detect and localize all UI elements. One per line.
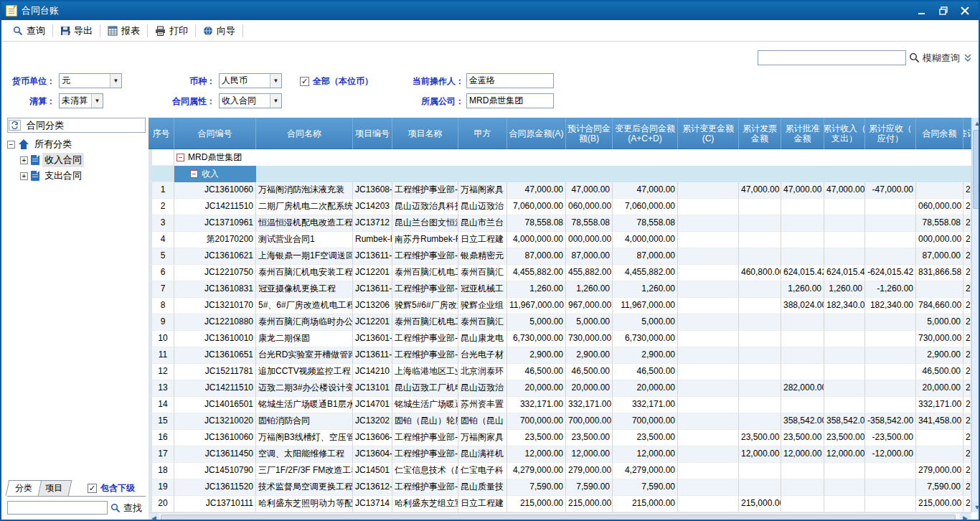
table-cell[interactable]: 460,800.00	[739, 265, 781, 281]
table-cell[interactable]: 1,260.00	[566, 281, 613, 298]
table-cell[interactable]: 工程维护事业部-5	[392, 331, 458, 347]
horizontal-scroll-thumb[interactable]	[161, 515, 956, 521]
table-cell[interactable]: 泰州百脑汇	[458, 314, 507, 331]
table-cell[interactable]	[678, 446, 739, 463]
table-cell[interactable]	[678, 314, 739, 331]
chevron-double-down-icon[interactable]	[963, 53, 973, 63]
group-row-income[interactable]: 收入	[149, 166, 971, 182]
table-cell[interactable]: 730,000.00	[566, 331, 613, 347]
table-row[interactable]: 11JC13610651台光RD实验室开槽做管路JC13611-5工程维护事业部…	[149, 347, 971, 364]
table-cell[interactable]: 215,000.00	[566, 496, 613, 512]
table-row[interactable]: 19JC13611520技术监督局空调更换工程JC13612-5工程维护事业部-…	[149, 479, 971, 496]
table-cell[interactable]: 2,900.00	[613, 347, 678, 364]
table-cell[interactable]: 87,000.00	[566, 248, 613, 265]
table-cell[interactable]: 2	[149, 199, 174, 215]
table-cell[interactable]: 哈利盛东芝照明动力等配	[256, 496, 353, 512]
table-cell[interactable]	[739, 314, 781, 331]
table-cell[interactable]	[678, 199, 739, 215]
minimize-button[interactable]	[913, 4, 931, 17]
table-cell[interactable]: 日立工程建	[458, 496, 507, 512]
table-cell[interactable]	[678, 380, 739, 397]
table-cell[interactable]: 11,967,000.00	[507, 298, 566, 314]
table-cell[interactable]: JC14510790	[174, 463, 256, 479]
table-cell[interactable]: JC14016501	[174, 397, 256, 413]
table-cell[interactable]: 47,000.00	[613, 182, 678, 199]
horizontal-scrollbar[interactable]: ◀ ▶	[149, 512, 971, 521]
table-cell[interactable]: JC12210750	[174, 265, 256, 281]
table-cell[interactable]	[824, 232, 865, 248]
table-cell[interactable]	[678, 248, 739, 265]
table-cell[interactable]	[865, 331, 916, 347]
table-cell[interactable]: 358,542.00	[781, 413, 824, 430]
table-cell[interactable]: JC13210020	[174, 413, 256, 430]
table-cell[interactable]: 4,279,000.00	[507, 463, 566, 479]
table-cell[interactable]: 14	[149, 397, 174, 413]
table-cell[interactable]	[781, 314, 824, 331]
expand-icon[interactable]: +	[20, 156, 28, 164]
table-cell[interactable]: -23,500.00	[865, 430, 916, 446]
table-cell[interactable]	[824, 364, 865, 380]
table-cell[interactable]: -358,542.00	[865, 413, 916, 430]
table-cell[interactable]: 23,500.00	[781, 430, 824, 446]
table-cell[interactable]: 昆山质量技	[458, 479, 507, 496]
table-cell[interactable]	[781, 331, 824, 347]
column-header-1[interactable]: 合同编号	[174, 118, 256, 149]
table-cell[interactable]: 4,455,882.00	[613, 265, 678, 281]
group-row-company[interactable]: MRD鼎世集团	[149, 149, 971, 166]
find-label[interactable]: 查找	[123, 502, 142, 515]
table-cell[interactable]: 2,900.00	[566, 347, 613, 364]
table-cell[interactable]	[781, 479, 824, 496]
table-cell[interactable]: 昆山迈致工厂机电	[392, 380, 458, 397]
tree-node-root[interactable]: − 所有分类	[7, 136, 146, 152]
table-cell[interactable]: 万福阁消防泡沫液充装	[256, 182, 353, 199]
table-cell[interactable]: 182,340.00	[865, 298, 916, 314]
table-cell[interactable]	[678, 331, 739, 347]
table-cell[interactable]: 332,171.00	[916, 397, 963, 413]
table-cell[interactable]: 工程维护事业部-5	[392, 347, 458, 364]
table-cell[interactable]	[865, 479, 916, 496]
table-cell[interactable]: 5,000.00	[916, 314, 963, 331]
tree-node-expense[interactable]: + 支出合同	[7, 168, 146, 184]
table-cell[interactable]: JC14701	[353, 397, 392, 413]
checkbox-checked-icon[interactable]: ✓	[300, 77, 309, 86]
table-cell[interactable]: JC13610621	[174, 248, 256, 265]
table-cell[interactable]: 12,000.00	[613, 446, 678, 463]
table-cell[interactable]: 332,171.00	[613, 397, 678, 413]
table-cell[interactable]: 昆山迈致治具科技	[392, 199, 458, 215]
table-cell[interactable]: 冠亚摄像机更换工程	[256, 281, 353, 298]
table-cell[interactable]: 铭城生活广场暖通B1层水	[256, 397, 353, 413]
table-cell[interactable]: 恒温恒湿机配电改造工程	[256, 215, 353, 232]
table-cell[interactable]: JC13604-5	[353, 446, 392, 463]
table-cell[interactable]: 6,730,000.00	[613, 331, 678, 347]
table-cell[interactable]: 骏辉5#6#厂房改造	[392, 298, 458, 314]
table-cell[interactable]: 5,000.00	[613, 314, 678, 331]
table-cell[interactable]: 7,590.00	[916, 479, 963, 496]
table-cell[interactable]: 泰州百脑汇	[458, 265, 507, 281]
table-row[interactable]: 2JC14211510二期厂房机电二次配系统JC14203昆山迈致治具科技昆山迈…	[149, 199, 971, 215]
table-cell[interactable]: JC13202	[353, 413, 392, 430]
table-cell[interactable]: JC13210170	[174, 298, 256, 314]
table-cell[interactable]: 2	[963, 314, 971, 331]
table-cell[interactable]: JC13610651	[174, 347, 256, 364]
table-cell[interactable]	[824, 380, 865, 397]
table-cell[interactable]: 700,000.00	[566, 413, 613, 430]
table-row[interactable]: 9JC12210880泰州百脑汇商场临时办公JC12201泰州百脑汇机电工泰州百…	[149, 314, 971, 331]
table-cell[interactable]: 固铂消防合同	[256, 413, 353, 430]
table-cell[interactable]: 000,000.00	[566, 232, 613, 248]
table-cell[interactable]: 上海临港地区工业	[392, 364, 458, 380]
table-cell[interactable]: 万福阁家具	[458, 430, 507, 446]
table-cell[interactable]: 泰州百脑汇商场临时办公	[256, 314, 353, 331]
table-cell[interactable]: 78,558.08	[916, 215, 963, 232]
table-cell[interactable]: 4	[149, 232, 174, 248]
table-cell[interactable]: 730,000.00	[916, 331, 963, 347]
table-cell[interactable]	[781, 215, 824, 232]
table-cell[interactable]: 12	[149, 364, 174, 380]
table-cell[interactable]: 固铂（昆山）轮胎	[392, 413, 458, 430]
table-cell[interactable]: 2	[963, 298, 971, 314]
table-cell[interactable]	[865, 364, 916, 380]
table-cell[interactable]: JC13608-5	[353, 182, 392, 199]
checkbox-checked-icon[interactable]: ✓	[88, 484, 97, 493]
table-cell[interactable]	[781, 248, 824, 265]
include-sub-checkbox[interactable]: ✓ 包含下级	[88, 482, 135, 494]
table-cell[interactable]: 20,000.00	[613, 380, 678, 397]
